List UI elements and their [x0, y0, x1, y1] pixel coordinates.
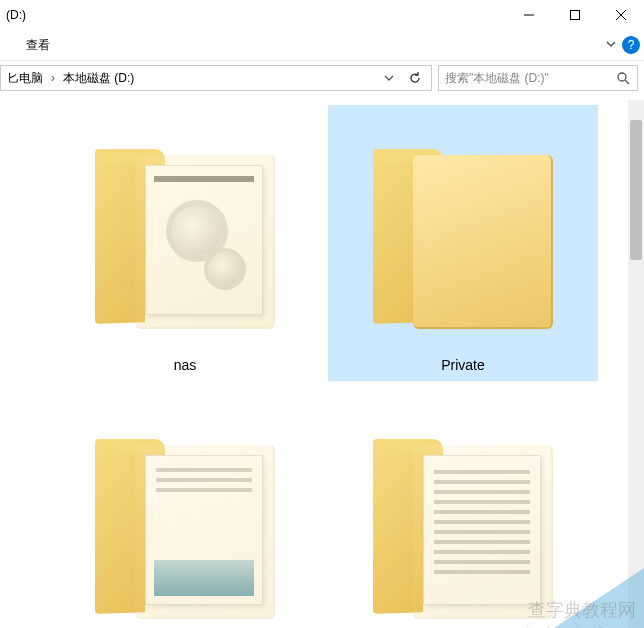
- breadcrumb-separator-icon: ›: [49, 71, 57, 85]
- address-bar[interactable]: 匕电脑 › 本地磁盘 (D:): [0, 65, 432, 91]
- folder-item[interactable]: [50, 395, 320, 623]
- svg-point-4: [618, 73, 626, 81]
- close-button[interactable]: [598, 0, 644, 30]
- ribbon-expand-icon[interactable]: [606, 38, 616, 52]
- folder-icon: [343, 403, 583, 623]
- svg-line-5: [625, 80, 629, 84]
- breadcrumb-part-computer[interactable]: 匕电脑: [1, 66, 49, 90]
- search-input[interactable]: 搜索"本地磁盘 (D:)": [438, 65, 638, 91]
- window-controls: [506, 0, 644, 30]
- ribbon-tabs: 查看 ?: [0, 30, 644, 60]
- search-placeholder: 搜索"本地磁盘 (D:)": [439, 70, 609, 87]
- folder-item-private[interactable]: Private: [328, 105, 598, 381]
- breadcrumb-part-drive[interactable]: 本地磁盘 (D:): [57, 66, 140, 90]
- address-row: 匕电脑 › 本地磁盘 (D:) 搜索"本地磁盘 (D:)": [0, 61, 644, 95]
- folder-icon: [65, 113, 305, 353]
- scrollbar-thumb[interactable]: [630, 120, 642, 260]
- search-icon[interactable]: [609, 71, 637, 85]
- folder-item-nas[interactable]: nas: [50, 105, 320, 381]
- folder-label: nas: [50, 357, 320, 373]
- svg-rect-1: [571, 11, 580, 20]
- history-dropdown-icon[interactable]: [377, 66, 401, 90]
- refresh-icon[interactable]: [403, 66, 427, 90]
- maximize-button[interactable]: [552, 0, 598, 30]
- help-icon[interactable]: ?: [622, 36, 640, 54]
- window-title: (D:): [4, 8, 506, 22]
- file-view: nas Private: [0, 95, 644, 623]
- page-curl-decor: [554, 568, 644, 628]
- vertical-scrollbar[interactable]: [628, 100, 644, 628]
- minimize-button[interactable]: [506, 0, 552, 30]
- titlebar: (D:): [0, 0, 644, 30]
- tab-view[interactable]: 查看: [18, 31, 58, 60]
- folder-label: Private: [328, 357, 598, 373]
- folder-icon: [343, 113, 583, 353]
- folder-icon: [65, 403, 305, 623]
